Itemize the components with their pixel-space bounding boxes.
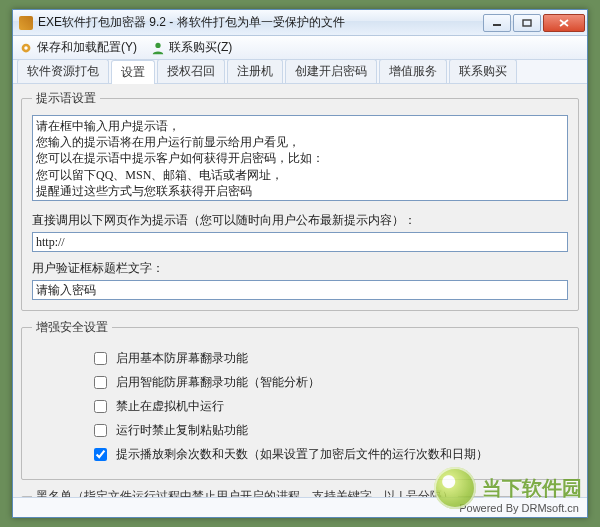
toolbar-contact-label: 联系购买(Z)	[169, 39, 232, 56]
group-prompt-legend: 提示语设置	[32, 90, 100, 107]
group-blacklist-legend: 黑名单（指定文件运行过程中禁止用户开启的进程，支持关键字，以 | 号分隔）	[32, 488, 458, 497]
security-option-label: 运行时禁止复制粘贴功能	[116, 422, 248, 439]
security-option-0[interactable]: 启用基本防屏幕翻录功能	[90, 349, 568, 368]
status-bar: Powered By DRMsoft.cn	[13, 497, 587, 517]
footer-text: Powered By DRMsoft.cn	[459, 502, 579, 514]
svg-point-6	[155, 42, 160, 47]
url-label: 直接调用以下网页作为提示语（您可以随时向用户公布最新提示内容）：	[32, 212, 568, 229]
maximize-button[interactable]	[513, 14, 541, 32]
security-option-1[interactable]: 启用智能防屏幕翻录功能（智能分析）	[90, 373, 568, 392]
window-title: EXE软件打包加密器 9.2 - 将软件打包为单一受保护的文件	[38, 14, 481, 31]
toolbar-contact[interactable]: 联系购买(Z)	[151, 39, 232, 56]
tab-6[interactable]: 联系购买	[449, 59, 517, 83]
titlebar: EXE软件打包加密器 9.2 - 将软件打包为单一受保护的文件	[13, 10, 587, 36]
security-checkbox-0[interactable]	[94, 352, 107, 365]
app-icon	[19, 16, 33, 30]
security-checkbox-1[interactable]	[94, 376, 107, 389]
security-checkbox-4[interactable]	[94, 448, 107, 461]
security-option-label: 提示播放剩余次数和天数（如果设置了加密后文件的运行次数和日期）	[116, 446, 488, 463]
title-input[interactable]	[32, 280, 568, 300]
toolbar: 保存和加载配置(Y) 联系购买(Z)	[13, 36, 587, 60]
toolbar-save-load-label: 保存和加载配置(Y)	[37, 39, 137, 56]
client-area: 提示语设置 直接调用以下网页作为提示语（您可以随时向用户公布最新提示内容）： 用…	[13, 84, 587, 497]
user-icon	[151, 41, 165, 55]
group-prompt: 提示语设置 直接调用以下网页作为提示语（您可以随时向用户公布最新提示内容）： 用…	[21, 90, 579, 311]
prompt-textarea[interactable]	[32, 115, 568, 201]
security-option-label: 启用智能防屏幕翻录功能（智能分析）	[116, 374, 320, 391]
svg-point-5	[24, 46, 28, 50]
close-button[interactable]	[543, 14, 585, 32]
tab-1[interactable]: 设置	[111, 60, 155, 84]
svg-rect-1	[523, 20, 531, 26]
group-blacklist: 黑名单（指定文件运行过程中禁止用户开启的进程，支持关键字，以 | 号分隔）	[21, 488, 579, 497]
tab-2[interactable]: 授权召回	[157, 59, 225, 83]
tab-strip: 软件资源打包设置授权召回注册机创建开启密码增值服务联系购买	[13, 60, 587, 84]
app-window: EXE软件打包加密器 9.2 - 将软件打包为单一受保护的文件 保存和加载配置(…	[12, 9, 588, 518]
security-option-label: 禁止在虚拟机中运行	[116, 398, 224, 415]
security-checkbox-3[interactable]	[94, 424, 107, 437]
security-checkbox-2[interactable]	[94, 400, 107, 413]
security-option-label: 启用基本防屏幕翻录功能	[116, 350, 248, 367]
url-input[interactable]	[32, 232, 568, 252]
tab-5[interactable]: 增值服务	[379, 59, 447, 83]
security-option-2[interactable]: 禁止在虚拟机中运行	[90, 397, 568, 416]
group-security: 增强安全设置 启用基本防屏幕翻录功能启用智能防屏幕翻录功能（智能分析）禁止在虚拟…	[21, 319, 579, 480]
tab-3[interactable]: 注册机	[227, 59, 283, 83]
window-buttons	[481, 14, 585, 32]
tab-0[interactable]: 软件资源打包	[17, 59, 109, 83]
tab-4[interactable]: 创建开启密码	[285, 59, 377, 83]
group-security-legend: 增强安全设置	[32, 319, 112, 336]
title-label: 用户验证框标题栏文字：	[32, 260, 568, 277]
gear-icon	[19, 41, 33, 55]
minimize-button[interactable]	[483, 14, 511, 32]
toolbar-save-load[interactable]: 保存和加载配置(Y)	[19, 39, 137, 56]
security-option-4[interactable]: 提示播放剩余次数和天数（如果设置了加密后文件的运行次数和日期）	[90, 445, 568, 464]
security-option-3[interactable]: 运行时禁止复制粘贴功能	[90, 421, 568, 440]
